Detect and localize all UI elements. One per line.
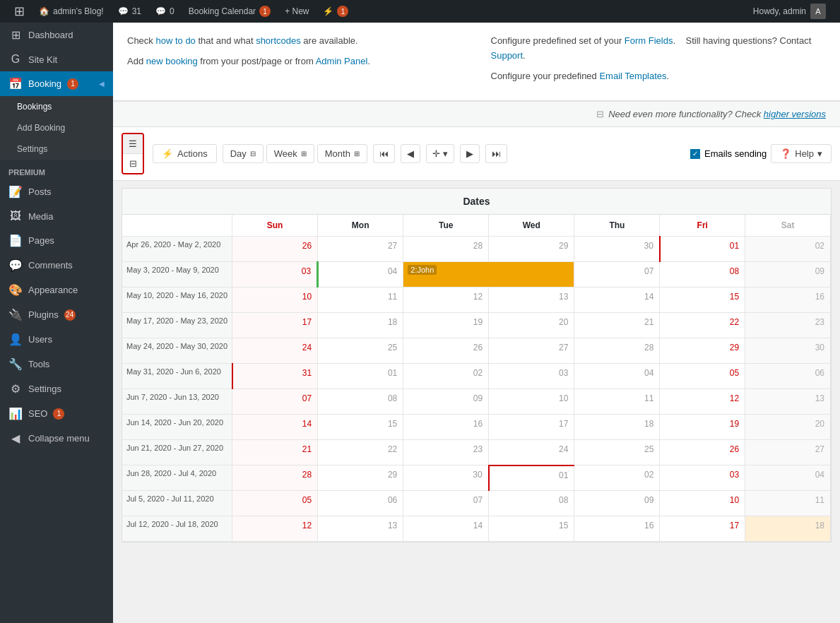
day-cell[interactable]: 26 (660, 440, 745, 465)
nav-first-btn[interactable]: ⏮ (373, 144, 395, 163)
actions-button[interactable]: ⚡ Actions (153, 144, 217, 163)
booking-cell[interactable]: 2:John (403, 262, 574, 287)
day-cell[interactable]: 17 (489, 415, 574, 440)
wp-logo-icon[interactable]: ⊞ (7, 4, 32, 19)
sidebar-item-seo[interactable]: 📊 SEO 1 (0, 401, 113, 426)
sidebar-item-settings2[interactable]: ⚙ Settings (0, 376, 113, 401)
day-cell[interactable]: 09 (403, 389, 489, 415)
sidebar-item-appearance[interactable]: 🎨 Appearance (0, 278, 113, 302)
day-cell[interactable]: 25 (318, 338, 403, 364)
day-cell[interactable]: 25 (574, 440, 660, 465)
sidebar-item-users[interactable]: 👤 Users (0, 327, 113, 352)
day-cell[interactable]: 30 (403, 465, 489, 491)
day-cell[interactable]: 11 (745, 491, 831, 516)
day-cell[interactable]: 11 (318, 287, 403, 313)
sidebar-item-pages[interactable]: 📄 Pages (0, 228, 113, 253)
sidebar-item-dashboard[interactable]: ⊞ Dashboard (0, 23, 113, 47)
sidebar-item-comments[interactable]: 💬 Comments (0, 253, 113, 278)
day-cell[interactable]: 28 (232, 465, 318, 491)
sidebar-item-booking[interactable]: 📅 Booking 1 ◀ (0, 71, 113, 96)
day-cell[interactable]: 05 (232, 491, 318, 516)
day-cell[interactable]: 05 (660, 364, 745, 389)
day-cell[interactable]: 18 (318, 313, 403, 338)
sidebar-item-site-kit[interactable]: G Site Kit (0, 47, 113, 71)
day-cell[interactable]: 16 (745, 287, 831, 313)
day-cell[interactable]: 27 (489, 338, 574, 364)
how-to-link[interactable]: how to do (155, 35, 195, 46)
day-cell[interactable]: 06 (745, 364, 831, 389)
day-cell[interactable]: 17 (660, 516, 745, 542)
new-booking-link[interactable]: new booking (146, 56, 198, 66)
day-cell[interactable]: 15 (318, 415, 403, 440)
day-cell[interactable]: 13 (489, 287, 574, 313)
day-cell[interactable]: 29 (489, 237, 574, 262)
grid-view-btn[interactable]: ⊟ (123, 154, 143, 173)
day-cell[interactable]: 12 (232, 516, 318, 542)
day-cell[interactable]: 19 (403, 313, 489, 338)
sidebar-item-add-booking[interactable]: Add Booking (0, 117, 113, 138)
day-cell[interactable]: 17 (232, 313, 318, 338)
day-cell[interactable]: 29 (318, 465, 403, 491)
day-cell[interactable]: 28 (574, 338, 660, 364)
day-cell[interactable]: 10 (232, 287, 318, 313)
sidebar-item-media[interactable]: 🖼 Media (0, 204, 113, 228)
day-cell[interactable]: 30 (574, 237, 660, 262)
day-cell[interactable]: 30 (745, 338, 831, 364)
day-cell[interactable]: 09 (745, 262, 831, 287)
support-link[interactable]: Support (491, 50, 523, 61)
admin-panel-link[interactable]: Admin Panel (316, 56, 368, 66)
sidebar-item-collapse[interactable]: ◀ Collapse menu (0, 426, 113, 451)
day-cell[interactable]: 07 (403, 491, 489, 516)
day-cell[interactable]: 21 (232, 440, 318, 465)
day-cell[interactable]: 12 (660, 389, 745, 415)
day-cell[interactable]: 04 (574, 364, 660, 389)
day-cell[interactable]: 04 (745, 465, 831, 491)
day-cell[interactable]: 22 (660, 313, 745, 338)
day-cell[interactable]: 01 (660, 237, 745, 262)
adminbar-pending[interactable]: 💬 0 (148, 0, 182, 23)
adminbar-howdy[interactable]: Howdy, admin A (746, 4, 833, 19)
adminbar-comments[interactable]: 💬 31 (111, 0, 148, 23)
day-cell[interactable]: 24 (232, 338, 318, 364)
day-cell[interactable]: 01 (318, 364, 403, 389)
help-button[interactable]: ❓ Help ▾ (771, 144, 832, 163)
day-cell[interactable]: 20 (489, 313, 574, 338)
day-cell[interactable]: 26 (232, 237, 318, 262)
day-cell[interactable]: 16 (403, 415, 489, 440)
day-cell[interactable]: 20 (745, 415, 831, 440)
day-cell[interactable]: 03 (232, 262, 318, 287)
adminbar-site-name[interactable]: 🏠 admin's Blog! (32, 0, 111, 23)
sidebar-item-tools[interactable]: 🔧 Tools (0, 352, 113, 376)
day-cell[interactable]: 07 (574, 262, 660, 287)
day-cell[interactable]: 08 (489, 491, 574, 516)
day-cell[interactable]: 02 (574, 465, 660, 491)
day-cell[interactable]: 14 (574, 287, 660, 313)
day-cell[interactable]: 03 (660, 465, 745, 491)
day-cell[interactable]: 29 (660, 338, 745, 364)
list-view-btn[interactable]: ☰ (123, 134, 143, 154)
sidebar-item-bookings[interactable]: Bookings (0, 96, 113, 117)
adminbar-wp[interactable]: ⚡ 1 (316, 0, 355, 23)
day-cell[interactable]: 23 (745, 313, 831, 338)
day-cell[interactable]: 09 (574, 491, 660, 516)
day-cell[interactable]: 07 (232, 389, 318, 415)
day-cell[interactable]: 22 (318, 440, 403, 465)
day-cell[interactable]: 27 (318, 237, 403, 262)
shortcodes-link[interactable]: shortcodes (256, 35, 301, 46)
day-cell[interactable]: 13 (318, 516, 403, 542)
day-cell[interactable]: 10 (489, 389, 574, 415)
day-cell-today[interactable]: 01 (489, 465, 574, 491)
sidebar-item-settings[interactable]: Settings (0, 138, 113, 160)
day-cell[interactable]: 27 (745, 440, 831, 465)
emails-sending-checkbox[interactable]: ✓ (690, 149, 700, 159)
day-cell[interactable]: 28 (403, 237, 489, 262)
booking-event[interactable]: 2:John (408, 265, 437, 275)
day-cell[interactable]: 04 (318, 262, 403, 287)
nav-last-btn[interactable]: ⏭ (485, 144, 507, 163)
month-view-btn[interactable]: Month ⊞ (317, 144, 367, 163)
day-cell[interactable]: 15 (660, 287, 745, 313)
day-cell[interactable]: 18 (745, 516, 831, 542)
day-cell[interactable]: 03 (489, 364, 574, 389)
sidebar-item-posts[interactable]: 📝 Posts (0, 179, 113, 204)
day-cell[interactable]: 16 (574, 516, 660, 542)
